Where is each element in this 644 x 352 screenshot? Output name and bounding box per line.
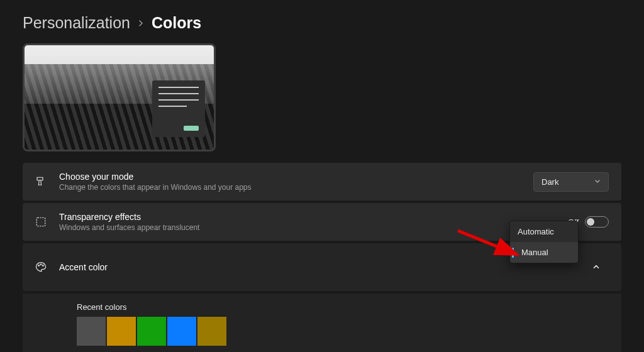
- paintbrush-icon: [34, 175, 48, 189]
- svg-point-2: [40, 264, 42, 265]
- theme-preview: [23, 43, 216, 151]
- color-swatch[interactable]: [137, 317, 166, 346]
- transparency-toggle[interactable]: [585, 216, 609, 228]
- accent-option-manual[interactable]: Manual: [510, 242, 578, 263]
- breadcrumb: Personalization Colors: [23, 14, 621, 32]
- svg-point-1: [38, 265, 40, 267]
- chevron-down-icon: [594, 178, 601, 185]
- recent-colors-section: Recent colors: [23, 294, 621, 352]
- choose-mode-row[interactable]: Choose your mode Change the colors that …: [23, 163, 621, 201]
- mode-select[interactable]: Dark: [533, 172, 609, 192]
- svg-point-3: [43, 265, 44, 267]
- color-swatch[interactable]: [77, 317, 106, 346]
- palette-icon: [34, 260, 48, 274]
- choose-mode-title: Choose your mode: [59, 172, 533, 182]
- accent-option-automatic[interactable]: Automatic: [510, 221, 578, 242]
- accent-dropdown: Automatic Manual: [509, 221, 579, 263]
- mode-select-value: Dark: [541, 177, 558, 187]
- recent-colors-label: Recent colors: [77, 302, 609, 312]
- transparency-subtitle: Windows and surfaces appear translucent: [59, 223, 568, 232]
- transparency-title: Transparency effects: [59, 212, 568, 222]
- breadcrumb-parent[interactable]: Personalization: [23, 14, 130, 32]
- accent-color-row[interactable]: Accent color Automatic Manual: [23, 243, 621, 291]
- chevron-right-icon: [138, 18, 144, 29]
- color-swatch[interactable]: [167, 317, 196, 346]
- recent-colors-swatches: [77, 317, 609, 346]
- transparency-icon: [34, 215, 48, 229]
- breadcrumb-current: Colors: [152, 14, 201, 32]
- svg-rect-0: [36, 217, 45, 226]
- expand-toggle[interactable]: [584, 255, 609, 280]
- color-swatch[interactable]: [107, 317, 136, 346]
- color-swatch[interactable]: [197, 317, 226, 346]
- accent-color-title: Accent color: [59, 262, 572, 272]
- choose-mode-subtitle: Change the colors that appear in Windows…: [59, 183, 533, 192]
